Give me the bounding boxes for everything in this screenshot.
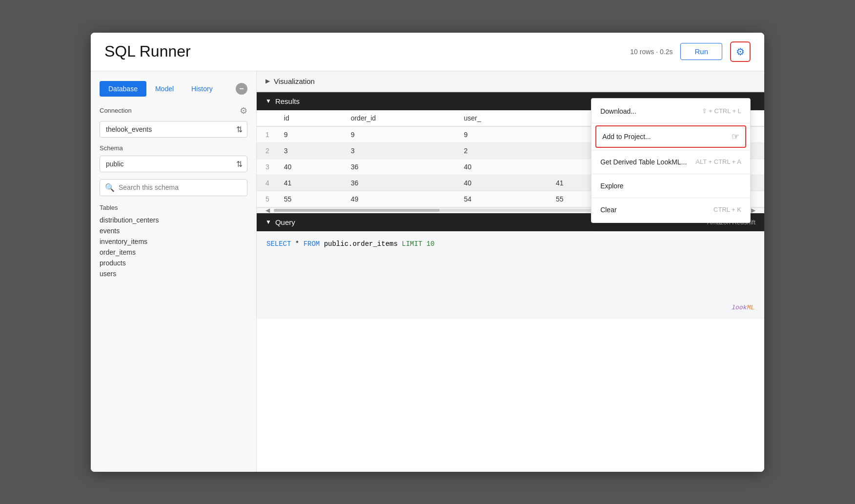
header-actions: 10 rows · 0.2s Run ⚙	[630, 41, 751, 62]
cell: 40	[455, 159, 547, 175]
cell: 9	[342, 126, 455, 143]
sql-star: *	[295, 240, 304, 248]
cell: 55	[275, 191, 342, 207]
menu-item-label: Download...	[600, 107, 636, 115]
tab-history[interactable]: History	[183, 81, 222, 97]
collapse-sidebar-button[interactable]: −	[236, 83, 247, 95]
menu-divider	[591, 198, 750, 198]
menu-item-derived-table[interactable]: Get Derived Table LookML... ALT + CTRL +…	[591, 152, 750, 172]
cell: 2	[455, 142, 547, 159]
sql-limit-value: 10	[427, 240, 435, 248]
tab-model[interactable]: Model	[146, 81, 183, 97]
list-item[interactable]: events	[100, 227, 247, 235]
row-num: 3	[257, 159, 275, 175]
visualization-label: Visualization	[274, 77, 315, 85]
query-section: ▼ Query Amazon Redshift SELECT * FROM pu…	[257, 213, 764, 319]
cell: 9	[455, 126, 547, 143]
cell: 36	[342, 159, 455, 175]
col-user[interactable]: user_	[455, 110, 547, 126]
cell: 41	[275, 175, 342, 191]
lookml-logo: lookML	[732, 304, 754, 311]
results-label: Results	[275, 97, 300, 105]
cell: 9	[275, 126, 342, 143]
list-item[interactable]: products	[100, 259, 247, 267]
settings-dropdown-menu: Download... ⇧ + CTRL + L Add to Project.…	[591, 98, 751, 223]
tables-label: Tables	[100, 204, 247, 211]
menu-divider	[591, 174, 750, 174]
rows-info: 10 rows · 0.2s	[630, 48, 672, 56]
run-button[interactable]: Run	[680, 43, 722, 60]
schema-dropdown-wrapper: public ⇅	[100, 156, 247, 172]
list-item[interactable]: order_items	[100, 248, 247, 256]
schema-select[interactable]: public	[100, 156, 247, 172]
visualization-toggle[interactable]: ▶ Visualization	[257, 71, 764, 92]
menu-item-explore[interactable]: Explore	[591, 176, 750, 196]
sql-from: FROM	[304, 240, 320, 248]
main-window: SQL Runner 10 rows · 0.2s Run ⚙ Database…	[91, 33, 764, 472]
menu-item-add-to-project[interactable]: Add to Project... ☞	[595, 125, 746, 148]
menu-item-label: Get Derived Table LookML...	[600, 158, 687, 166]
tables-list: distribution_centers events inventory_it…	[100, 216, 247, 278]
col-order-id[interactable]: order_id	[342, 110, 455, 126]
tab-database[interactable]: Database	[100, 81, 146, 97]
scrollbar-thumb[interactable]	[274, 209, 440, 212]
chevron-down-icon: ▼	[265, 98, 271, 104]
chevron-right-icon: ▶	[265, 78, 270, 84]
minus-icon: −	[239, 84, 244, 93]
sql-limit-keyword: LIMIT	[402, 240, 422, 248]
connection-gear-icon[interactable]: ⚙	[240, 105, 247, 116]
row-num: 2	[257, 142, 275, 159]
menu-item-download[interactable]: Download... ⇧ + CTRL + L	[591, 101, 750, 121]
chevron-down-icon: ▼	[265, 219, 271, 225]
menu-shortcut: ALT + CTRL + A	[695, 158, 741, 165]
gear-icon: ⚙	[736, 46, 745, 58]
connection-dropdown-wrapper: thelook_events ⇅	[100, 121, 247, 138]
sql-select: SELECT	[266, 240, 291, 248]
col-rownum	[257, 110, 275, 126]
list-item[interactable]: distribution_centers	[100, 216, 247, 224]
row-num: 5	[257, 191, 275, 207]
row-num: 4	[257, 175, 275, 191]
query-label: Query	[275, 218, 295, 226]
sidebar: Database Model History − Connection ⚙ th…	[91, 71, 257, 472]
cell: 36	[342, 175, 455, 191]
sql-table: public.order_items	[324, 240, 402, 248]
header: SQL Runner 10 rows · 0.2s Run ⚙	[91, 33, 764, 71]
row-num: 1	[257, 126, 275, 143]
search-icon: 🔍	[105, 183, 115, 192]
connection-label: Connection	[100, 107, 132, 114]
visualization-section: ▶ Visualization	[257, 71, 764, 92]
menu-shortcut: CTRL + K	[713, 206, 741, 213]
menu-item-label: Add to Project...	[602, 133, 651, 141]
list-item[interactable]: users	[100, 270, 247, 278]
search-input[interactable]	[119, 183, 242, 191]
main-content: Database Model History − Connection ⚙ th…	[91, 71, 764, 472]
connection-select[interactable]: thelook_events	[100, 121, 247, 138]
page-title: SQL Runner	[104, 42, 630, 60]
tab-bar: Database Model History −	[100, 81, 247, 97]
cell: 3	[342, 142, 455, 159]
query-editor[interactable]: SELECT * FROM public.order_items LIMIT 1…	[257, 231, 764, 319]
cell: 40	[275, 159, 342, 175]
cell: 40	[455, 175, 547, 191]
menu-item-label: Clear	[600, 206, 616, 214]
menu-divider	[591, 123, 750, 123]
schema-label: Schema	[100, 144, 247, 152]
cell: 54	[455, 191, 547, 207]
menu-shortcut: ⇧ + CTRL + L	[702, 107, 741, 115]
menu-divider	[591, 150, 750, 150]
menu-item-label: Explore	[600, 182, 623, 190]
cell: 49	[342, 191, 455, 207]
settings-button[interactable]: ⚙	[730, 41, 751, 62]
connection-section-header: Connection ⚙	[100, 105, 247, 116]
list-item[interactable]: inventory_items	[100, 238, 247, 245]
cell: 3	[275, 142, 342, 159]
col-id[interactable]: id	[275, 110, 342, 126]
menu-item-clear[interactable]: Clear CTRL + K	[591, 200, 750, 220]
cursor-icon: ☞	[732, 131, 739, 142]
schema-search-box[interactable]: 🔍	[100, 179, 247, 196]
